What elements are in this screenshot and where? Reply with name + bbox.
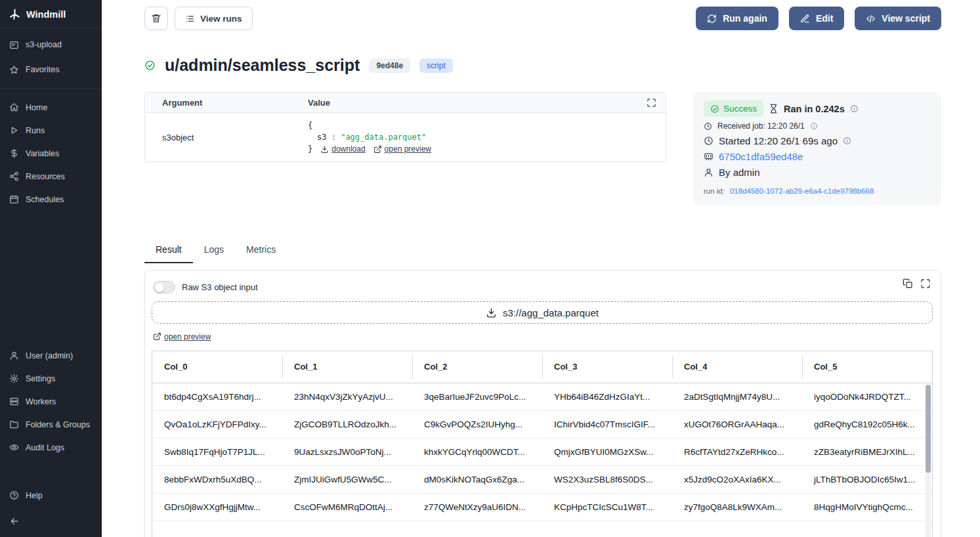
- check-circle-icon: [710, 104, 719, 114]
- table-cell: iyqoODoNk4JRDQTZT...: [802, 383, 932, 410]
- table-cell: CscOFwM6MRqDOttAj...: [282, 493, 412, 521]
- sidebar-item-favorites[interactable]: Favorites: [0, 57, 102, 82]
- download-icon: [320, 145, 329, 154]
- sidebar-item-label: Runs: [26, 126, 45, 135]
- app-root: Windmill s3-upload Favorites Home Runs: [0, 0, 980, 537]
- home-icon: [9, 102, 19, 112]
- table-cell: 9UazLsxzsJW0oPToNj...: [282, 438, 412, 465]
- s3-file-label: s3://agg_data.parquet: [503, 307, 599, 318]
- sidebar-pinned-group: s3-upload Favorites: [0, 28, 102, 86]
- sidebar-item-workers[interactable]: Workers: [0, 390, 102, 413]
- table-cell: ZjmIJUiGwfU5GWw5C...: [282, 465, 412, 493]
- sidebar-item-settings[interactable]: Settings: [0, 367, 102, 390]
- download-label: download: [331, 143, 365, 155]
- tab-logs[interactable]: Logs: [193, 239, 235, 263]
- toolbar: View runs Run again Edit View script: [144, 7, 941, 30]
- sidebar-item-label: Favorites: [26, 65, 59, 74]
- raw-s3-toggle-label: Raw S3 object input: [182, 282, 258, 292]
- copy-result-icon[interactable]: [903, 278, 913, 289]
- share-nodes-icon: [9, 171, 19, 181]
- json-colon: :: [331, 133, 336, 142]
- view-runs-button[interactable]: View runs: [175, 7, 253, 30]
- raw-s3-toggle[interactable]: [153, 281, 175, 293]
- received-job-text: Received job: 12:20 26/1: [717, 121, 805, 131]
- info-icon[interactable]: [850, 104, 859, 113]
- s3-download-box[interactable]: s3://agg_data.parquet: [152, 301, 933, 324]
- expand-result-icon[interactable]: [920, 278, 931, 289]
- info-icon[interactable]: [810, 122, 818, 130]
- job-id-link[interactable]: 6750c1dfa59ed48e: [719, 151, 803, 162]
- run-duration: Ran in 0.242s: [784, 104, 845, 114]
- result-table-body: bt6dp4CgXsA19T6hdrj...23hN4qxV3jZkYyAzjv…: [152, 383, 932, 521]
- table-scrollbar-thumb[interactable]: [926, 385, 931, 473]
- table-row: Swb8Iq17FqHjoT7P1JL...9UazLsxzsJW0oPToNj…: [152, 438, 932, 465]
- argument-value-json: { s3 : "agg_data.parquet" } download: [308, 119, 666, 155]
- windmill-home-link[interactable]: Windmill: [0, 0, 102, 28]
- sidebar-item-schedules[interactable]: Schedules: [0, 188, 102, 211]
- code-icon: [866, 14, 876, 24]
- download-icon: [486, 307, 497, 318]
- sidebar-item-s3-upload[interactable]: s3-upload: [0, 32, 102, 57]
- tab-result[interactable]: Result: [144, 239, 193, 263]
- table-row: bt6dp4CgXsA19T6hdrj...23hN4qxV3jZkYyAzjv…: [152, 383, 932, 410]
- success-check-icon: [144, 60, 156, 71]
- table-cell: QmjxGfBYUI0MGzXSw...: [542, 438, 672, 465]
- json-open-brace: {: [308, 121, 312, 130]
- run-id-link[interactable]: 018d4580-1072-ab29-e6a4-c1de9798b668: [730, 187, 874, 195]
- external-link-icon: [153, 332, 161, 341]
- table-cell: IChirVbid4c07TmscIGIF...: [542, 410, 672, 438]
- sidebar-item-resources[interactable]: Resources: [0, 165, 102, 188]
- result-panel: Raw S3 object input s3://agg_data.parque…: [144, 270, 941, 537]
- info-icon[interactable]: [843, 137, 851, 145]
- user-icon: [704, 167, 714, 177]
- sidebar-item-variables[interactable]: Variables: [0, 142, 102, 165]
- table-cell: 2aDtSgtIqMnjjM74y8U...: [672, 383, 802, 410]
- edit-label: Edit: [816, 13, 833, 24]
- main-content: View runs Run again Edit View script: [102, 0, 980, 537]
- sidebar-item-runs[interactable]: Runs: [0, 119, 102, 142]
- open-preview-label: open preview: [164, 332, 211, 341]
- delete-run-button[interactable]: [144, 7, 168, 30]
- sidebar-item-label: User (admin): [26, 351, 73, 360]
- table-cell: x5Jzd9cO2oXAxIa6KX...: [672, 465, 802, 493]
- result-panel-actions: [903, 278, 931, 289]
- sidebar-item-audit-logs[interactable]: Audit Logs: [0, 436, 102, 459]
- column-header: Col_5: [802, 351, 932, 383]
- open-preview-link[interactable]: open preview: [153, 332, 211, 341]
- list-icon: [185, 14, 195, 24]
- view-runs-label: View runs: [200, 14, 242, 24]
- sidebar-item-home[interactable]: Home: [0, 96, 102, 119]
- status-card: Success Ran in 0.242s Received job: 12:2…: [692, 92, 941, 205]
- arguments-table: Argument Value s3object { s3 : "agg_data…: [144, 92, 666, 162]
- column-header: Col_3: [542, 351, 672, 383]
- table-cell: QvOa1oLzKFjYDFPdIxy...: [152, 410, 282, 438]
- sidebar-item-folders-groups[interactable]: Folders & Groups: [0, 413, 102, 436]
- table-cell: jLThBTbOBJODIc65Iw1...: [802, 465, 932, 493]
- eye-icon: [9, 442, 19, 452]
- success-badge: Success: [704, 100, 763, 117]
- run-again-button[interactable]: Run again: [696, 7, 778, 30]
- sidebar-item-help[interactable]: Help: [0, 484, 102, 507]
- commit-hash-badge: 9ed48e: [369, 58, 410, 73]
- clock-icon: [704, 136, 714, 146]
- column-header: Col_1: [282, 351, 412, 383]
- view-script-button[interactable]: View script: [855, 7, 941, 30]
- brand-label: Windmill: [26, 9, 66, 20]
- sidebar-item-user[interactable]: User (admin): [0, 344, 102, 367]
- json-close-brace: }: [308, 143, 312, 155]
- open-preview-link[interactable]: open preview: [373, 143, 431, 155]
- table-cell: YHb64iB46ZdHzGIaYt...: [542, 383, 672, 410]
- view-script-label: View script: [882, 13, 930, 24]
- expand-arguments-button[interactable]: [647, 98, 656, 108]
- result-tabs: Result Logs Metrics: [144, 239, 941, 263]
- sidebar: Windmill s3-upload Favorites Home Runs: [0, 0, 102, 537]
- tab-metrics[interactable]: Metrics: [235, 239, 287, 263]
- table-cell: R6cfTAYtd27xZeRHkco...: [672, 438, 802, 465]
- edit-button[interactable]: Edit: [789, 7, 844, 30]
- table-cell: bt6dp4CgXsA19T6hdrj...: [152, 383, 282, 410]
- download-link[interactable]: download: [320, 143, 365, 155]
- sidebar-collapse-button[interactable]: [0, 511, 102, 537]
- sidebar-spacer: [0, 215, 102, 340]
- table-cell: dM0sKikNOTaqGx6Zga...: [412, 465, 542, 493]
- calendar-icon: [9, 194, 19, 204]
